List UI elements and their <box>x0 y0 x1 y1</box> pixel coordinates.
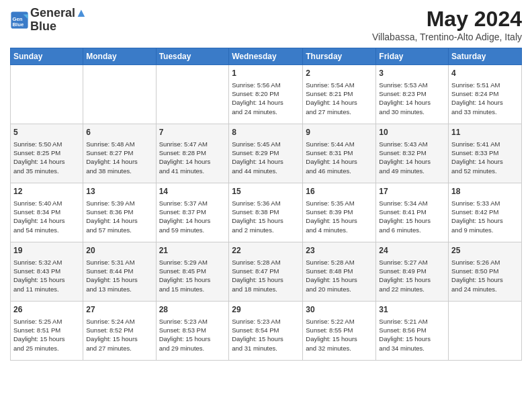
day-info: Sunrise: 5:28 AM Sunset: 8:48 PM Dayligh… <box>306 258 373 293</box>
calendar-cell: 14Sunrise: 5:37 AM Sunset: 8:37 PM Dayli… <box>156 183 229 242</box>
calendar-cell <box>156 65 229 124</box>
day-info: Sunrise: 5:35 AM Sunset: 8:39 PM Dayligh… <box>306 199 373 234</box>
calendar-cell: 20Sunrise: 5:31 AM Sunset: 8:44 PM Dayli… <box>83 242 156 302</box>
day-info: Sunrise: 5:27 AM Sunset: 8:49 PM Dayligh… <box>379 258 445 293</box>
calendar-table: SundayMondayTuesdayWednesdayThursdayFrid… <box>10 48 522 361</box>
day-number: 2 <box>306 68 373 79</box>
calendar-cell <box>83 65 156 124</box>
day-info: Sunrise: 5:48 AM Sunset: 8:27 PM Dayligh… <box>86 140 152 175</box>
calendar-header: SundayMondayTuesdayWednesdayThursdayFrid… <box>11 48 522 65</box>
day-number: 24 <box>379 245 445 257</box>
calendar-cell: 30Sunrise: 5:22 AM Sunset: 8:55 PM Dayli… <box>303 302 376 361</box>
day-number: 20 <box>86 245 152 257</box>
calendar-week-3: 12Sunrise: 5:40 AM Sunset: 8:34 PM Dayli… <box>11 183 522 242</box>
day-number: 21 <box>159 245 226 257</box>
day-info: Sunrise: 5:50 AM Sunset: 8:25 PM Dayligh… <box>13 140 80 175</box>
day-info: Sunrise: 5:56 AM Sunset: 8:20 PM Dayligh… <box>232 81 300 116</box>
calendar-cell: 23Sunrise: 5:28 AM Sunset: 8:48 PM Dayli… <box>303 242 376 302</box>
weekday-header-wednesday: Wednesday <box>229 48 303 65</box>
day-number: 27 <box>86 304 152 316</box>
day-info: Sunrise: 5:22 AM Sunset: 8:55 PM Dayligh… <box>306 317 373 353</box>
subtitle: Villabassa, Trentino-Alto Adige, Italy <box>372 32 522 42</box>
day-number: 19 <box>13 245 80 257</box>
day-info: Sunrise: 5:53 AM Sunset: 8:23 PM Dayligh… <box>379 81 445 116</box>
day-info: Sunrise: 5:29 AM Sunset: 8:45 PM Dayligh… <box>159 258 226 293</box>
day-info: Sunrise: 5:23 AM Sunset: 8:53 PM Dayligh… <box>159 317 226 353</box>
calendar-cell: 4Sunrise: 5:51 AM Sunset: 8:24 PM Daylig… <box>449 65 522 124</box>
calendar-week-1: 1Sunrise: 5:56 AM Sunset: 8:20 PM Daylig… <box>11 65 522 124</box>
calendar-cell: 24Sunrise: 5:27 AM Sunset: 8:49 PM Dayli… <box>376 242 449 302</box>
day-info: Sunrise: 5:43 AM Sunset: 8:32 PM Dayligh… <box>379 140 445 175</box>
calendar-cell: 19Sunrise: 5:32 AM Sunset: 8:43 PM Dayli… <box>11 242 83 302</box>
logo: Gen Blue General▲ Blue <box>10 7 87 34</box>
day-number: 26 <box>13 304 80 316</box>
day-info: Sunrise: 5:36 AM Sunset: 8:38 PM Dayligh… <box>232 199 300 234</box>
calendar-cell: 12Sunrise: 5:40 AM Sunset: 8:34 PM Dayli… <box>11 183 83 242</box>
day-number: 11 <box>451 127 519 138</box>
day-number: 13 <box>86 186 152 197</box>
day-info: Sunrise: 5:33 AM Sunset: 8:42 PM Dayligh… <box>451 199 519 234</box>
day-number: 5 <box>13 127 80 138</box>
day-number: 8 <box>232 127 300 138</box>
day-info: Sunrise: 5:44 AM Sunset: 8:31 PM Dayligh… <box>306 140 373 175</box>
weekday-header-tuesday: Tuesday <box>156 48 229 65</box>
calendar-cell: 17Sunrise: 5:34 AM Sunset: 8:41 PM Dayli… <box>376 183 449 242</box>
calendar-cell: 16Sunrise: 5:35 AM Sunset: 8:39 PM Dayli… <box>303 183 376 242</box>
calendar-cell: 29Sunrise: 5:23 AM Sunset: 8:54 PM Dayli… <box>229 302 303 361</box>
day-info: Sunrise: 5:34 AM Sunset: 8:41 PM Dayligh… <box>379 199 445 234</box>
calendar-cell: 8Sunrise: 5:45 AM Sunset: 8:29 PM Daylig… <box>229 124 303 183</box>
day-number: 29 <box>232 304 300 316</box>
day-number: 4 <box>451 68 519 79</box>
day-info: Sunrise: 5:47 AM Sunset: 8:28 PM Dayligh… <box>159 140 226 175</box>
calendar-cell: 13Sunrise: 5:39 AM Sunset: 8:36 PM Dayli… <box>83 183 156 242</box>
calendar-cell: 3Sunrise: 5:53 AM Sunset: 8:23 PM Daylig… <box>376 65 449 124</box>
day-number: 3 <box>379 68 445 79</box>
calendar-cell: 15Sunrise: 5:36 AM Sunset: 8:38 PM Dayli… <box>229 183 303 242</box>
day-number: 14 <box>159 186 226 197</box>
day-info: Sunrise: 5:37 AM Sunset: 8:37 PM Dayligh… <box>159 199 226 234</box>
calendar-cell: 10Sunrise: 5:43 AM Sunset: 8:32 PM Dayli… <box>376 124 449 183</box>
day-number: 10 <box>379 127 445 138</box>
calendar-cell: 7Sunrise: 5:47 AM Sunset: 8:28 PM Daylig… <box>156 124 229 183</box>
logo-text: General▲ Blue <box>30 7 87 34</box>
calendar-cell: 1Sunrise: 5:56 AM Sunset: 8:20 PM Daylig… <box>229 65 303 124</box>
logo-line1: General▲ <box>30 7 87 20</box>
day-number: 17 <box>379 186 445 197</box>
day-info: Sunrise: 5:25 AM Sunset: 8:51 PM Dayligh… <box>13 317 80 353</box>
day-number: 7 <box>159 127 226 138</box>
weekday-header-friday: Friday <box>376 48 449 65</box>
calendar-cell: 27Sunrise: 5:24 AM Sunset: 8:52 PM Dayli… <box>83 302 156 361</box>
day-number: 25 <box>451 245 519 257</box>
calendar-cell: 2Sunrise: 5:54 AM Sunset: 8:21 PM Daylig… <box>303 65 376 124</box>
header: Gen Blue General▲ Blue May 2024 Villabas… <box>10 7 522 42</box>
weekday-header-thursday: Thursday <box>303 48 376 65</box>
calendar-week-4: 19Sunrise: 5:32 AM Sunset: 8:43 PM Dayli… <box>11 242 522 302</box>
weekday-header-saturday: Saturday <box>449 48 522 65</box>
calendar-cell: 28Sunrise: 5:23 AM Sunset: 8:53 PM Dayli… <box>156 302 229 361</box>
logo-line2: Blue <box>30 20 87 34</box>
calendar-cell: 31Sunrise: 5:21 AM Sunset: 8:56 PM Dayli… <box>376 302 449 361</box>
day-info: Sunrise: 5:21 AM Sunset: 8:56 PM Dayligh… <box>379 317 445 353</box>
weekday-header-sunday: Sunday <box>11 48 83 65</box>
day-info: Sunrise: 5:41 AM Sunset: 8:33 PM Dayligh… <box>451 140 519 175</box>
day-info: Sunrise: 5:31 AM Sunset: 8:44 PM Dayligh… <box>86 258 152 293</box>
title-block: May 2024 Villabassa, Trentino-Alto Adige… <box>372 7 522 42</box>
calendar-cell: 22Sunrise: 5:28 AM Sunset: 8:47 PM Dayli… <box>229 242 303 302</box>
day-number: 15 <box>232 186 300 197</box>
weekday-header-row: SundayMondayTuesdayWednesdayThursdayFrid… <box>11 48 522 65</box>
calendar-week-5: 26Sunrise: 5:25 AM Sunset: 8:51 PM Dayli… <box>11 302 522 361</box>
day-info: Sunrise: 5:26 AM Sunset: 8:50 PM Dayligh… <box>451 258 519 293</box>
day-number: 31 <box>379 304 445 316</box>
page: Gen Blue General▲ Blue May 2024 Villabas… <box>0 0 532 411</box>
svg-text:Blue: Blue <box>13 21 24 28</box>
day-info: Sunrise: 5:45 AM Sunset: 8:29 PM Dayligh… <box>232 140 300 175</box>
weekday-header-monday: Monday <box>83 48 156 65</box>
calendar-cell <box>449 302 522 361</box>
day-number: 23 <box>306 245 373 257</box>
calendar-cell: 11Sunrise: 5:41 AM Sunset: 8:33 PM Dayli… <box>449 124 522 183</box>
day-number: 22 <box>232 245 300 257</box>
calendar-cell: 25Sunrise: 5:26 AM Sunset: 8:50 PM Dayli… <box>449 242 522 302</box>
day-info: Sunrise: 5:23 AM Sunset: 8:54 PM Dayligh… <box>232 317 300 353</box>
day-info: Sunrise: 5:54 AM Sunset: 8:21 PM Dayligh… <box>306 81 373 116</box>
day-number: 12 <box>13 186 80 197</box>
